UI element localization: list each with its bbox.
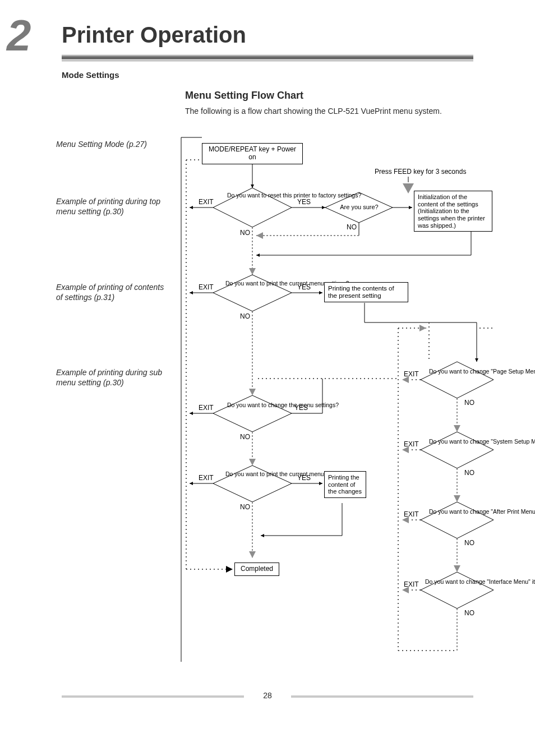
no-label: NO	[464, 469, 474, 477]
intro-text: The following is a flow chart showing th…	[185, 107, 442, 116]
section-label: Mode Settings	[62, 70, 119, 80]
d3-text: Do you want to change the menu settings?	[227, 402, 280, 408]
no-label: NO	[464, 539, 474, 547]
sub-page-text: Do you want to change "Page Setup Menu" …	[429, 368, 486, 375]
exit-label: EXIT	[199, 474, 214, 482]
exit-label: EXIT	[404, 580, 419, 588]
no-label: NO	[240, 312, 250, 320]
chapter-number: 2	[7, 10, 31, 61]
svg-marker-46	[421, 502, 494, 538]
yes-label: YES	[297, 283, 311, 291]
flow-start-box: MODE/REPEAT key + Power on	[202, 143, 303, 164]
no-label: NO	[240, 229, 250, 237]
divider	[62, 56, 473, 59]
exit-label: EXIT	[199, 198, 214, 206]
d2-text: Do you want to print the current menu se…	[225, 280, 282, 287]
exit-label: EXIT	[404, 370, 419, 378]
yes-label: YES	[294, 404, 308, 412]
sidebar-ref-1: Menu Setting Mode (p.27)	[56, 139, 168, 149]
sidebar-ref-4: Example of printing during sub menu sett…	[56, 367, 168, 388]
no-label: NO	[240, 433, 250, 441]
divider	[62, 55, 473, 56]
d4-text: Do you want to print the current menu se…	[225, 471, 282, 477]
no-label: NO	[464, 399, 474, 407]
sub-system-text: Do you want to change "System Setup Menu…	[429, 439, 486, 445]
svg-marker-29	[213, 395, 292, 432]
yes-label: YES	[297, 198, 311, 206]
flowchart: MODE/REPEAT key + Power on Press FEED ke…	[179, 126, 494, 665]
yes-label: YES	[297, 474, 311, 482]
init-box: Initialization of the content of the set…	[414, 191, 492, 232]
section-title: Menu Setting Flow Chart	[185, 90, 303, 102]
print-changes-box: Printing the content of the changes	[324, 471, 366, 498]
no-label: NO	[240, 503, 250, 511]
completed-box: Completed	[234, 563, 279, 576]
exit-label: EXIT	[404, 440, 419, 448]
svg-marker-40	[421, 362, 494, 398]
sidebar-ref-3: Example of printing of contents of setti…	[56, 282, 168, 302]
feed-hint: Press FEED key for 3 seconds	[375, 168, 442, 176]
d1-text: Do you want to reset this printer to fac…	[227, 192, 280, 199]
print-present-box: Printing the contents of the present set…	[324, 282, 408, 302]
sidebar-ref-2: Example of printing during top menu sett…	[56, 196, 168, 216]
svg-marker-43	[421, 432, 494, 468]
page-number: 28	[0, 691, 535, 700]
no-label: NO	[347, 223, 357, 231]
chapter-title: Printer Operation	[62, 22, 246, 48]
exit-label: EXIT	[404, 510, 419, 518]
sub-interface-text: Do you want to change "Interface Menu" i…	[425, 579, 490, 585]
no-label: NO	[464, 609, 474, 617]
divider	[62, 61, 473, 61]
svg-marker-49	[421, 572, 494, 609]
exit-label: EXIT	[199, 404, 214, 412]
sub-after-text: Do you want to change "After Print Menu"…	[429, 509, 486, 515]
d1-sure-text: Are you sure?	[338, 204, 380, 210]
exit-label: EXIT	[199, 283, 214, 291]
svg-marker-14	[403, 183, 414, 193]
